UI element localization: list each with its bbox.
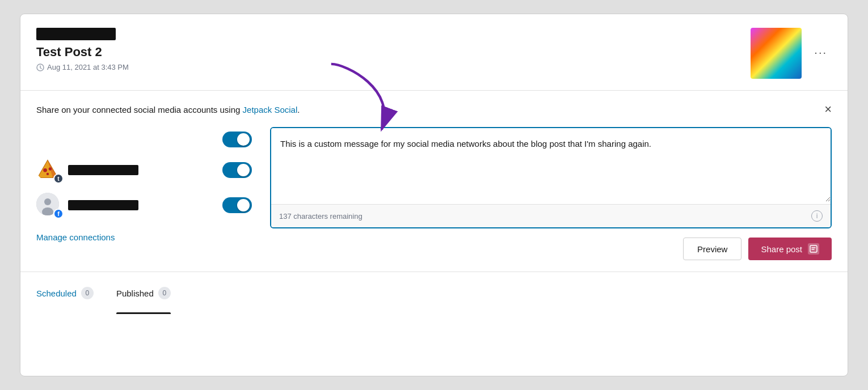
- tumblr-badge: t: [53, 173, 64, 184]
- post-title-redacted: [36, 28, 116, 40]
- svg-point-4: [49, 167, 52, 171]
- post-header: Test Post 2 Aug 11, 2021 at 3:43 PM ···: [20, 14, 848, 91]
- more-options-button[interactable]: ···: [810, 44, 832, 61]
- manage-connections-wrapper: Manage connections: [36, 232, 252, 243]
- published-count-badge: 0: [158, 287, 171, 299]
- social-area: t: [36, 127, 832, 272]
- message-box-wrapper: 137 characters remaining i: [270, 127, 832, 228]
- share-icon: [808, 243, 819, 255]
- svg-point-5: [47, 173, 49, 175]
- post-thumbnail: [751, 28, 802, 79]
- main-card: Test Post 2 Aug 11, 2021 at 3:43 PM ··· …: [20, 14, 848, 376]
- jetpack-social-link[interactable]: Jetpack Social: [243, 105, 298, 115]
- svg-point-3: [43, 168, 47, 172]
- action-buttons: Preview Share post: [270, 228, 832, 272]
- post-date: Aug 11, 2021 at 3:43 PM: [36, 63, 129, 71]
- share-post-button[interactable]: Share post: [748, 238, 832, 260]
- share-banner: Share on your connected social media acc…: [36, 103, 832, 116]
- toggle-row-1: [36, 132, 252, 147]
- close-button[interactable]: ×: [824, 103, 832, 116]
- scheduled-count-badge: 0: [81, 287, 94, 299]
- facebook-badge: f: [53, 209, 64, 219]
- post-info: Test Post 2 Aug 11, 2021 at 3:43 PM: [36, 28, 129, 71]
- message-area: 137 characters remaining i Preview Share…: [270, 127, 832, 272]
- account-row-tumblr: t: [36, 158, 252, 183]
- toggle-tumblr[interactable]: [222, 162, 252, 178]
- main-content: Share on your connected social media acc…: [20, 91, 848, 272]
- facebook-icon-wrapper: f: [36, 193, 61, 218]
- tab-published[interactable]: Published 0: [116, 282, 180, 304]
- toggle-facebook[interactable]: [222, 197, 252, 213]
- tab-scheduled[interactable]: Scheduled 0: [36, 282, 103, 304]
- bottom-tabs: Scheduled 0 Published 0: [20, 272, 848, 312]
- post-title: Test Post 2: [36, 45, 129, 60]
- tumblr-account-name-redacted: [68, 165, 138, 175]
- info-icon[interactable]: i: [811, 210, 823, 222]
- char-count: 137 characters remaining: [279, 212, 363, 221]
- toggle-1[interactable]: [222, 132, 252, 147]
- manage-connections-link[interactable]: Manage connections: [36, 232, 115, 242]
- preview-button[interactable]: Preview: [683, 238, 741, 260]
- account-row-facebook: f: [36, 193, 252, 218]
- message-textarea[interactable]: [271, 128, 831, 202]
- svg-point-7: [44, 198, 51, 205]
- header-actions: ···: [751, 28, 832, 79]
- svg-rect-10: [810, 245, 817, 252]
- share-description: Share on your connected social media acc…: [36, 105, 300, 115]
- clock-icon: [36, 63, 44, 71]
- tumblr-icon-wrapper: t: [36, 158, 61, 183]
- message-footer: 137 characters remaining i: [271, 204, 831, 227]
- facebook-account-name-redacted: [68, 200, 138, 210]
- accounts-list: t: [36, 127, 252, 243]
